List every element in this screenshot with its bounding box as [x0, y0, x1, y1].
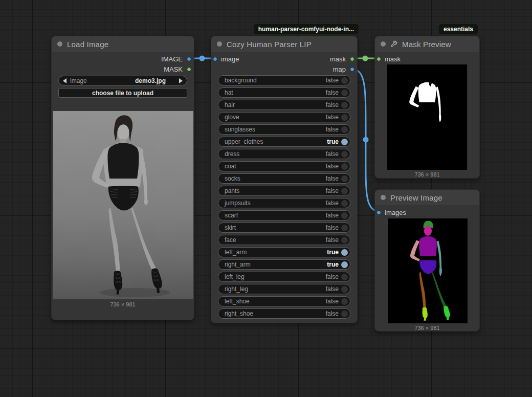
output-dot-mask[interactable] — [350, 57, 354, 61]
toggle-widget[interactable]: glove false — [218, 112, 350, 122]
toggle-value: false — [326, 114, 339, 121]
toggle-value: false — [326, 126, 339, 133]
toggle-dot[interactable] — [341, 311, 348, 317]
photo-model — [53, 111, 193, 299]
toggle-value: false — [326, 163, 339, 170]
slot-label: IMAGE — [161, 55, 183, 63]
toggle-value: false — [326, 273, 339, 280]
toggle-widget[interactable]: background false — [218, 75, 350, 85]
toggle-dot[interactable] — [341, 261, 348, 268]
slot-label: map — [333, 65, 346, 73]
output-slot-mask: MASK — [52, 64, 194, 74]
node-header[interactable]: Load Image — [52, 36, 194, 52]
output-dot-mask[interactable] — [187, 67, 191, 72]
toggle-widget[interactable]: left_shoe false — [218, 296, 350, 306]
collapse-dot[interactable] — [57, 41, 62, 47]
toggle-dot[interactable] — [341, 126, 348, 133]
toggle-value: false — [326, 187, 339, 194]
toggle-dot[interactable] — [341, 286, 348, 293]
toggle-widget[interactable]: pants false — [218, 186, 350, 196]
toggle-widget[interactable]: left_leg false — [218, 272, 350, 282]
toggle-widget[interactable]: dress false — [218, 149, 350, 159]
node-header[interactable]: Mask Preview — [375, 36, 479, 52]
toggle-dot[interactable] — [341, 188, 348, 194]
toggle-dot[interactable] — [341, 139, 348, 145]
toggle-label: scarf — [225, 212, 326, 219]
toggle-dot[interactable] — [341, 151, 348, 158]
toggle-label: skirt — [225, 224, 326, 231]
image-size-caption: 736 × 981 — [52, 301, 194, 307]
toggle-value: false — [326, 285, 339, 293]
toggle-label: hat — [225, 89, 326, 96]
toggle-widget[interactable]: right_leg false — [218, 284, 350, 294]
toggle-dot[interactable] — [341, 249, 348, 256]
slot-label: images — [385, 209, 406, 216]
combo-label: image — [70, 77, 135, 84]
node-graph-canvas[interactable]: human-parser-comfyui-node-in... essentia… — [0, 0, 532, 397]
toggle-widget[interactable]: coat false — [218, 161, 350, 171]
toggle-label: sunglasses — [225, 126, 326, 133]
toggle-label: glove — [225, 114, 326, 121]
image-combo-widget[interactable]: image demo3.jpg — [58, 76, 187, 85]
node-load-image[interactable]: Load Image IMAGE MASK image demo3.jpg ch… — [51, 36, 194, 320]
toggle-label: dress — [225, 150, 326, 158]
node-mask-preview[interactable]: Mask Preview mask 736 × 981 — [374, 36, 480, 179]
collapse-dot[interactable] — [217, 41, 222, 47]
toggle-label: background — [225, 77, 326, 84]
link-midpoint-dot — [363, 56, 368, 61]
toggle-dot[interactable] — [341, 225, 348, 231]
node-header[interactable]: Preview Image — [375, 190, 479, 205]
mask-image-preview — [387, 64, 467, 170]
toggle-widget[interactable]: left_arm true — [218, 247, 350, 257]
node-cozy-human-parser[interactable]: Cozy Human Parser LIP image mask map bac… — [211, 36, 358, 323]
node-badge-parser-source: human-parser-comfyui-node-in... — [254, 24, 359, 34]
toggle-widget[interactable]: right_shoe false — [218, 308, 350, 319]
toggle-dot[interactable] — [341, 298, 348, 305]
toggle-widget[interactable]: right_arm true — [218, 259, 350, 270]
toggle-dot[interactable] — [341, 77, 348, 84]
collapse-dot[interactable] — [381, 41, 386, 47]
node-title: Cozy Human Parser LIP — [227, 40, 312, 49]
toggle-value: false — [326, 200, 339, 207]
toggle-value: false — [326, 298, 339, 305]
upload-button[interactable]: choose file to upload — [58, 88, 187, 98]
toggle-widget[interactable]: sunglasses false — [218, 124, 350, 135]
toggle-dot[interactable] — [341, 274, 348, 280]
toggle-widget[interactable]: socks false — [218, 173, 350, 184]
link-midpoint-dot — [199, 56, 205, 61]
output-dot-map[interactable] — [350, 67, 354, 72]
parser-widget-list: background false hat false hair false gl… — [218, 75, 350, 321]
combo-prev-arrow[interactable] — [63, 78, 66, 83]
toggle-widget[interactable]: upper_clothes true — [218, 137, 350, 147]
toggle-widget[interactable]: hair false — [218, 100, 350, 110]
toggle-widget[interactable]: face false — [218, 235, 350, 245]
toggle-dot[interactable] — [341, 163, 348, 170]
output-dot-image[interactable] — [187, 57, 191, 61]
toggle-value: false — [326, 150, 339, 158]
toggle-dot[interactable] — [341, 114, 348, 121]
toggle-dot[interactable] — [341, 175, 348, 182]
toggle-value: false — [326, 101, 339, 108]
toggle-label: upper_clothes — [225, 138, 327, 145]
input-dot-mask[interactable] — [376, 57, 381, 61]
node-preview-image[interactable]: Preview Image images 736 × 981 — [374, 189, 480, 332]
toggle-dot[interactable] — [341, 102, 348, 108]
toggle-widget[interactable]: hat false — [218, 87, 350, 98]
toggle-dot[interactable] — [341, 200, 348, 207]
toggle-dot[interactable] — [341, 237, 348, 244]
toggle-label: hair — [225, 101, 326, 108]
toggle-widget[interactable]: jumpsuits false — [218, 198, 350, 208]
toggle-dot[interactable] — [341, 90, 348, 96]
toggle-label: pants — [225, 187, 326, 194]
toggle-value: false — [326, 224, 339, 231]
node-title: Preview Image — [390, 193, 442, 202]
node-badge-essentials: essentials — [439, 24, 478, 34]
toggle-dot[interactable] — [341, 212, 348, 219]
input-dot-images[interactable] — [376, 210, 381, 215]
node-header[interactable]: Cozy Human Parser LIP — [211, 36, 357, 52]
collapse-dot[interactable] — [381, 195, 386, 200]
combo-next-arrow[interactable] — [179, 78, 183, 83]
toggle-widget[interactable]: scarf false — [218, 210, 350, 220]
toggle-widget[interactable]: skirt false — [218, 223, 350, 233]
toggle-value: false — [326, 236, 339, 244]
